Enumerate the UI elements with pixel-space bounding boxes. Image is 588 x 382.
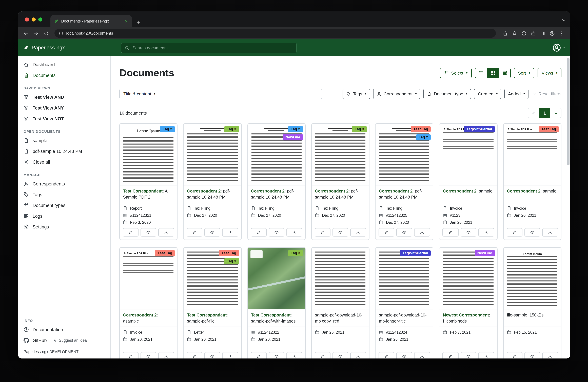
correspondent-link[interactable]: Correspondent 2 <box>187 189 221 194</box>
select-button[interactable]: Select▾ <box>440 68 471 78</box>
correspondent-link[interactable]: Correspondent 2 <box>507 189 540 194</box>
tag-badge[interactable]: Test Tag <box>219 250 239 256</box>
correspondent-link[interactable]: Test Correspondent <box>251 313 291 318</box>
new-tab-button[interactable] <box>136 20 141 25</box>
view-grid-button[interactable] <box>487 68 499 78</box>
edit-document-button[interactable] <box>442 228 458 237</box>
sidebar-item-pdf-sample-10-24-48-pm[interactable]: pdf-sample 10.24.48 PM <box>18 146 110 157</box>
tag-badge[interactable]: Tag 3 <box>288 250 303 256</box>
document-thumbnail[interactable]: A Simple PDF File <box>120 248 177 309</box>
close-window-button[interactable] <box>25 18 29 21</box>
document-thumbnail[interactable]: A Simple PDF File <box>504 124 561 185</box>
edit-document-button[interactable] <box>123 352 139 359</box>
document-thumbnail[interactable]: Lorem Ipsum <box>120 124 177 185</box>
sidebar-item-document-types[interactable]: Document types <box>18 200 110 211</box>
view-document-button[interactable] <box>396 352 412 359</box>
view-document-button[interactable] <box>141 228 156 237</box>
edit-document-button[interactable] <box>251 228 266 237</box>
filter-document-type-button[interactable]: Document type▾ <box>423 89 471 99</box>
back-icon[interactable] <box>23 31 29 36</box>
tag-badge[interactable]: Tag 2 <box>288 126 303 132</box>
view-document-button[interactable] <box>205 228 220 237</box>
correspondent-link[interactable]: Test Correspondent <box>123 189 163 194</box>
correspondent-link[interactable]: Correspondent 2 <box>123 313 157 318</box>
download-document-button[interactable] <box>478 352 494 359</box>
filter-correspondent-button[interactable]: Correspondent▾ <box>373 89 420 99</box>
tag-badge[interactable]: Tag 3 <box>352 126 367 132</box>
download-document-button[interactable] <box>222 352 238 359</box>
document-thumbnail[interactable] <box>248 248 305 309</box>
filter-field-dropdown[interactable]: Title & content▾ <box>119 89 159 99</box>
document-thumbnail[interactable] <box>440 248 497 309</box>
download-document-button[interactable] <box>542 228 558 237</box>
edit-document-button[interactable] <box>187 352 203 359</box>
download-document-button[interactable] <box>158 228 174 237</box>
tag-badge[interactable]: NewOne <box>475 250 495 256</box>
bookmark-star-icon[interactable] <box>512 31 517 36</box>
correspondent-link[interactable]: Correspondent 2 <box>443 189 477 194</box>
edit-document-button[interactable] <box>378 352 394 359</box>
filter-text-input[interactable] <box>159 89 322 99</box>
edit-document-button[interactable] <box>442 352 458 359</box>
correspondent-link[interactable]: Correspondent 2 <box>251 189 285 194</box>
minimize-window-button[interactable] <box>32 18 36 21</box>
edit-document-button[interactable] <box>315 228 331 237</box>
tag-badge[interactable]: Tag 3 <box>224 126 239 132</box>
document-thumbnail[interactable]: A Simple PDF File <box>440 124 497 185</box>
views-button[interactable]: Views▾ <box>538 68 561 78</box>
tab-search-chevron-icon[interactable] <box>561 18 566 22</box>
tag-badge[interactable]: Tag 2 <box>416 134 431 141</box>
app-brand[interactable]: Paperless-ngx <box>23 44 65 51</box>
sidebar-item-test-view-not[interactable]: Test View NOT <box>18 113 110 124</box>
view-document-button[interactable] <box>461 352 476 359</box>
download-document-button[interactable] <box>414 352 430 359</box>
global-search-input[interactable] <box>132 45 293 51</box>
view-document-button[interactable] <box>269 228 284 237</box>
edit-document-button[interactable] <box>315 352 331 359</box>
sidebar-item-github[interactable]: GitHub Suggest an idea <box>18 335 110 346</box>
filter-created-button[interactable]: Created▾ <box>474 89 502 99</box>
view-document-button[interactable] <box>461 228 476 237</box>
tag-badge[interactable]: TagWithPartial <box>464 126 495 132</box>
download-document-button[interactable] <box>350 228 366 237</box>
sidebar-item-tags[interactable]: Tags <box>18 189 110 200</box>
view-list-button[interactable] <box>475 68 487 78</box>
document-thumbnail[interactable] <box>312 248 369 309</box>
side-panel-icon[interactable] <box>540 31 545 36</box>
sort-button[interactable]: Sort▾ <box>514 68 534 78</box>
document-thumbnail[interactable] <box>312 124 369 185</box>
sidebar-item-close-all[interactable]: Close all <box>18 157 110 167</box>
view-document-button[interactable] <box>396 228 412 237</box>
correspondent-link[interactable]: Correspondent 2 <box>315 189 349 194</box>
download-document-button[interactable] <box>414 228 430 237</box>
zoom-window-button[interactable] <box>38 18 42 21</box>
view-document-button[interactable] <box>269 352 284 359</box>
extensions-puzzle-icon[interactable] <box>531 31 536 36</box>
tag-badge[interactable]: Tag 2 <box>160 126 175 132</box>
view-document-button[interactable] <box>333 352 348 359</box>
site-info-icon[interactable] <box>59 31 63 36</box>
browser-tab[interactable]: Documents - Paperless-ngx <box>50 15 132 27</box>
status-circle-icon[interactable] <box>522 31 526 36</box>
pagination-page-button[interactable]: 1 <box>539 108 550 118</box>
edit-document-button[interactable] <box>506 352 522 359</box>
tag-badge[interactable]: Tag 3 <box>224 258 239 264</box>
scrollbar[interactable] <box>567 58 569 357</box>
suggest-idea-link[interactable]: Suggest an idea <box>53 338 87 342</box>
pagination-next-button[interactable]: » <box>550 108 561 118</box>
download-document-button[interactable] <box>286 228 302 237</box>
tag-badge[interactable]: NewOne <box>283 134 303 141</box>
document-thumbnail[interactable] <box>184 124 241 185</box>
document-thumbnail[interactable] <box>376 248 433 309</box>
view-document-button[interactable] <box>333 228 348 237</box>
sidebar-item-correspondents[interactable]: Correspondents <box>18 178 110 189</box>
scrollbar-thumb[interactable] <box>567 58 569 165</box>
download-document-button[interactable] <box>286 352 302 359</box>
menu-kebab-icon[interactable] <box>559 31 564 36</box>
document-thumbnail[interactable]: Lorem ipsum <box>504 248 561 309</box>
sidebar-item-sample[interactable]: sample <box>18 135 110 146</box>
sidebar-item-logs[interactable]: Logs <box>18 211 110 221</box>
reset-filters-button[interactable]: Reset filters <box>533 91 561 96</box>
download-document-button[interactable] <box>350 352 366 359</box>
edit-document-button[interactable] <box>378 228 394 237</box>
